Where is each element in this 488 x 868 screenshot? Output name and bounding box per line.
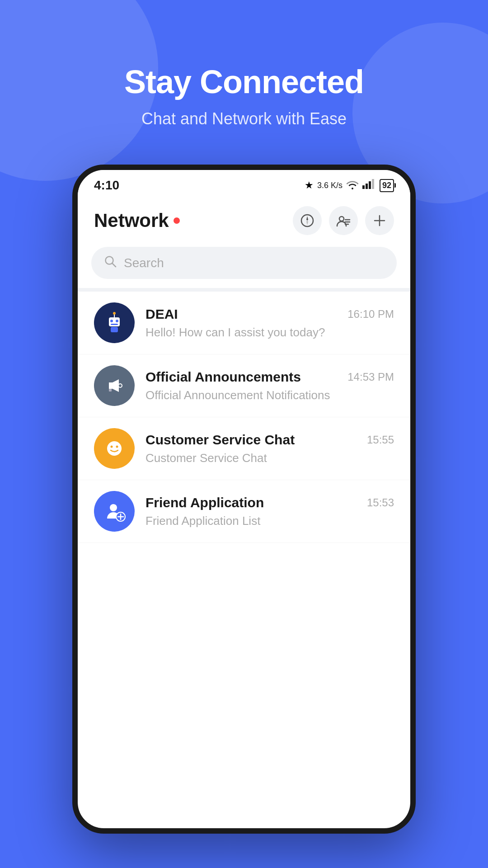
battery-indicator: 92 (380, 179, 394, 192)
svg-rect-2 (369, 181, 371, 189)
svg-rect-3 (372, 179, 374, 189)
svg-marker-24 (109, 382, 113, 389)
avatar-announcements (94, 365, 135, 406)
chat-name-announcements: Official Announcements (145, 369, 301, 385)
chat-time-deai: 16:10 PM (347, 308, 394, 321)
notification-dot (174, 217, 180, 224)
section-divider (78, 288, 410, 292)
status-time: 4:10 (94, 178, 119, 193)
search-icon (104, 255, 117, 271)
add-button[interactable] (365, 206, 394, 235)
avatar-friend-application (94, 491, 135, 532)
app-header: Network (78, 197, 410, 242)
svg-point-21 (113, 312, 116, 315)
chat-item-deai[interactable]: DEAI 16:10 PM Hello! How can I assist yo… (78, 292, 410, 354)
contacts-icon (336, 214, 351, 227)
svg-line-14 (113, 264, 116, 267)
contacts-button[interactable] (329, 206, 358, 235)
add-icon (373, 214, 386, 227)
chat-preview-customer: Customer Service Chat (145, 451, 267, 465)
chat-time-announcements: 14:53 PM (347, 371, 394, 383)
chat-content-friend-application: Friend Application 15:53 Friend Applicat… (145, 495, 394, 528)
network-speed: 3.6 K/s (317, 181, 343, 190)
svg-rect-22 (111, 327, 118, 332)
svg-point-17 (110, 320, 113, 322)
chat-name-customer: Customer Service Chat (145, 432, 295, 448)
chat-preview-friend: Friend Application List (145, 514, 260, 528)
compass-button[interactable] (293, 206, 322, 235)
chat-time-customer: 15:55 (367, 434, 394, 446)
svg-marker-6 (306, 221, 308, 225)
header-actions (293, 206, 394, 235)
svg-point-31 (116, 446, 118, 448)
chat-content-customer-service: Customer Service Chat 15:55 Customer Ser… (145, 432, 394, 465)
compass-icon (300, 213, 314, 228)
search-bar[interactable]: Search (91, 247, 397, 279)
hero-subtitle: Chat and Network with Ease (0, 109, 488, 128)
chat-name-row-friend: Friend Application 15:53 (145, 495, 394, 510)
chat-preview-announcements: Official Announcement Notifications (145, 388, 330, 402)
status-icons: ★ 3.6 K/s (305, 179, 394, 193)
svg-point-30 (111, 446, 113, 448)
svg-rect-19 (111, 324, 118, 325)
chat-name-friend: Friend Application (145, 495, 264, 510)
chat-list: DEAI 16:10 PM Hello! How can I assist yo… (78, 292, 410, 543)
phone-frame: 4:10 ★ 3.6 K/s (72, 165, 416, 834)
svg-rect-0 (362, 185, 365, 189)
wifi-icon (346, 179, 359, 193)
chat-preview-deai: Hello! How can I assist you today? (145, 326, 325, 339)
app-title: Network (94, 210, 169, 231)
svg-rect-1 (366, 184, 368, 189)
svg-point-32 (101, 498, 128, 525)
status-bar: 4:10 ★ 3.6 K/s (78, 170, 410, 197)
svg-marker-5 (306, 216, 308, 221)
chat-name-row-customer: Customer Service Chat 15:55 (145, 432, 394, 448)
svg-point-18 (116, 320, 118, 322)
chat-item-customer-service[interactable]: Customer Service Chat 15:55 Customer Ser… (78, 417, 410, 480)
hero-title: Stay Connected (0, 63, 488, 100)
svg-point-33 (110, 504, 117, 511)
chat-item-announcements[interactable]: Official Announcements 14:53 PM Official… (78, 354, 410, 417)
svg-rect-26 (109, 389, 112, 392)
search-placeholder[interactable]: Search (124, 256, 164, 270)
hero-section: Stay Connected Chat and Network with Eas… (0, 0, 488, 156)
phone-wrapper: 4:10 ★ 3.6 K/s (0, 165, 488, 834)
app-title-row: Network (94, 210, 180, 231)
chat-content-deai: DEAI 16:10 PM Hello! How can I assist yo… (145, 307, 394, 340)
battery-level: 92 (382, 181, 391, 190)
search-container: Search (78, 242, 410, 288)
svg-point-7 (339, 217, 344, 221)
chat-item-friend-application[interactable]: Friend Application 15:53 Friend Applicat… (78, 480, 410, 543)
chat-name-deai: DEAI (145, 307, 178, 322)
bluetooth-icon: ★ (305, 179, 314, 191)
chat-content-announcements: Official Announcements 14:53 PM Official… (145, 369, 394, 402)
chat-time-friend: 15:53 (367, 496, 394, 509)
chat-name-row-announcements: Official Announcements 14:53 PM (145, 369, 394, 385)
avatar-deai (94, 302, 135, 343)
svg-point-29 (107, 441, 122, 456)
signal-icon (362, 179, 376, 192)
avatar-customer-service (94, 428, 135, 469)
chat-name-row-deai: DEAI 16:10 PM (145, 307, 394, 322)
